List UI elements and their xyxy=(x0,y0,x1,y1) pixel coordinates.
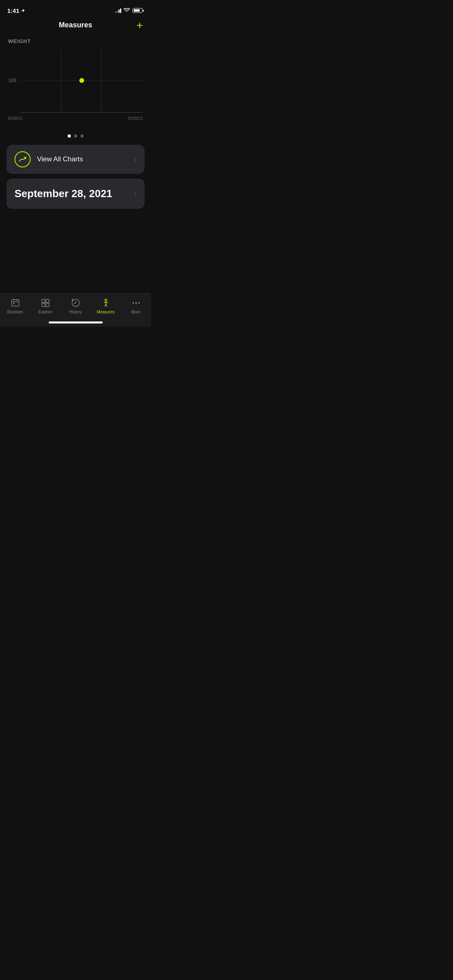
weight-chart[interactable]: 183 9/28/21 9/28/21 xyxy=(0,48,151,129)
svg-line-14 xyxy=(106,304,107,307)
signal-bar-2 xyxy=(116,11,118,13)
chart-icon xyxy=(14,151,31,167)
svg-point-16 xyxy=(135,303,137,304)
more-icon xyxy=(131,298,141,308)
svg-rect-7 xyxy=(42,303,45,307)
weight-section: WEIGHT 183 xyxy=(0,34,151,145)
status-bar: 1:41 xyxy=(0,0,151,18)
view-all-charts-chevron: › xyxy=(134,155,137,164)
status-time: 1:41 xyxy=(7,7,25,14)
signal-bars xyxy=(115,8,122,13)
explore-tab-label: Explore xyxy=(39,310,52,314)
view-all-charts-label: View All Charts xyxy=(37,155,134,163)
chart-data-point xyxy=(79,78,84,83)
wifi-icon xyxy=(124,8,130,13)
battery-icon xyxy=(132,8,144,13)
trending-up-icon xyxy=(18,155,27,164)
page-dot-2[interactable] xyxy=(74,134,77,138)
location-icon xyxy=(21,8,25,12)
add-measure-button[interactable]: + xyxy=(137,20,143,31)
chart-area: 183 xyxy=(8,48,143,113)
weight-label: WEIGHT xyxy=(0,34,151,44)
tab-more[interactable]: More xyxy=(121,298,151,314)
svg-rect-8 xyxy=(46,303,49,307)
main-content: WEIGHT 183 xyxy=(0,34,151,209)
svg-rect-0 xyxy=(12,300,19,306)
measures-icon xyxy=(101,298,111,308)
view-all-charts-card[interactable]: View All Charts › xyxy=(6,145,145,174)
chart-dates: 9/28/21 9/28/21 xyxy=(8,113,143,121)
more-tab-label: More xyxy=(131,310,141,314)
page-dot-1[interactable] xyxy=(68,134,71,138)
svg-point-10 xyxy=(105,299,107,301)
history-icon xyxy=(70,298,81,308)
routines-icon xyxy=(10,298,21,308)
signal-bar-4 xyxy=(120,8,121,13)
page-title: Measures xyxy=(59,21,92,29)
nav-header: Measures + xyxy=(0,18,151,34)
svg-rect-6 xyxy=(46,299,49,303)
explore-icon xyxy=(40,298,51,308)
chart-baseline xyxy=(20,112,143,113)
tab-explore[interactable]: Explore xyxy=(30,298,60,314)
svg-rect-5 xyxy=(42,299,45,303)
chart-line-area xyxy=(20,48,143,113)
tab-routines[interactable]: Routines xyxy=(0,298,30,314)
tab-history[interactable]: History xyxy=(60,298,91,314)
svg-line-13 xyxy=(105,304,106,307)
chart-date-left: 9/28/21 xyxy=(8,116,23,121)
routines-tab-label: Routines xyxy=(7,310,23,314)
page-dots xyxy=(0,129,151,145)
signal-bar-1 xyxy=(115,12,116,13)
home-indicator xyxy=(49,321,103,323)
status-icons xyxy=(115,8,144,13)
svg-rect-4 xyxy=(13,303,14,304)
svg-point-15 xyxy=(132,303,134,304)
tab-measures[interactable]: Measures xyxy=(91,298,121,314)
measures-tab-label: Measures xyxy=(97,310,115,314)
page-dot-3[interactable] xyxy=(81,134,84,138)
history-tab-label: History xyxy=(69,310,82,314)
svg-point-17 xyxy=(138,303,139,304)
date-entry-chevron: › xyxy=(134,189,137,198)
chart-date-right: 9/28/21 xyxy=(128,116,143,121)
chart-y-label: 183 xyxy=(8,78,16,83)
signal-bar-3 xyxy=(118,10,120,13)
date-entry-card[interactable]: September 28, 2021 › xyxy=(6,179,145,209)
date-entry-title: September 28, 2021 xyxy=(14,187,134,200)
